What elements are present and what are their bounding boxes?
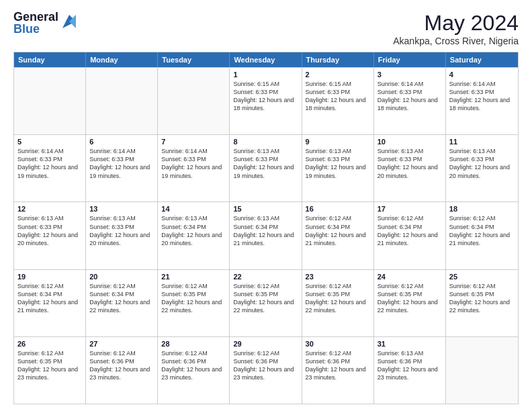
day-info: Sunrise: 6:12 AMSunset: 6:34 PMDaylight:… — [378, 214, 442, 247]
day-info: Sunrise: 6:14 AMSunset: 6:33 PMDaylight:… — [378, 80, 442, 113]
day-info: Sunrise: 6:12 AMSunset: 6:34 PMDaylight:… — [89, 282, 154, 315]
day-number: 4 — [449, 71, 515, 79]
calendar-cell: 19Sunrise: 6:12 AMSunset: 6:34 PMDayligh… — [14, 270, 86, 336]
title-block: May 2024 Akankpa, Cross River, Nigeria — [393, 11, 519, 46]
logo: General Blue — [13, 11, 79, 35]
calendar-cell: 30Sunrise: 6:12 AMSunset: 6:36 PMDayligh… — [302, 337, 374, 404]
day-number: 27 — [89, 340, 154, 348]
month-year: May 2024 — [393, 11, 519, 36]
day-info: Sunrise: 6:13 AMSunset: 6:34 PMDaylight:… — [161, 214, 226, 247]
day-info: Sunrise: 6:12 AMSunset: 6:35 PMDaylight:… — [17, 349, 82, 382]
calendar-cell — [86, 68, 158, 134]
day-info: Sunrise: 6:14 AMSunset: 6:33 PMDaylight:… — [17, 147, 82, 180]
calendar-cell: 13Sunrise: 6:13 AMSunset: 6:33 PMDayligh… — [86, 202, 158, 269]
calendar-header-cell: Monday — [86, 52, 158, 67]
day-number: 25 — [449, 273, 515, 281]
day-info: Sunrise: 6:13 AMSunset: 6:33 PMDaylight:… — [89, 214, 154, 247]
calendar-header-cell: Tuesday — [158, 52, 230, 67]
day-number: 15 — [233, 205, 298, 213]
day-number: 5 — [17, 138, 82, 146]
day-number: 8 — [233, 138, 298, 146]
calendar-cell: 12Sunrise: 6:13 AMSunset: 6:33 PMDayligh… — [14, 202, 86, 269]
calendar-cell: 6Sunrise: 6:14 AMSunset: 6:33 PMDaylight… — [86, 135, 158, 201]
day-number: 17 — [378, 205, 442, 213]
day-number: 7 — [161, 138, 226, 146]
calendar-cell: 23Sunrise: 6:12 AMSunset: 6:35 PMDayligh… — [302, 270, 374, 336]
page: General Blue May 2024 Akankpa, Cross Riv… — [0, 0, 532, 411]
day-number: 13 — [89, 205, 154, 213]
logo-blue: Blue — [13, 23, 58, 35]
day-number: 24 — [378, 273, 442, 281]
day-info: Sunrise: 6:13 AMSunset: 6:33 PMDaylight:… — [17, 214, 82, 247]
day-info: Sunrise: 6:13 AMSunset: 6:34 PMDaylight:… — [233, 214, 298, 247]
day-info: Sunrise: 6:13 AMSunset: 6:33 PMDaylight:… — [378, 147, 442, 180]
day-info: Sunrise: 6:12 AMSunset: 6:36 PMDaylight:… — [306, 349, 370, 382]
calendar: SundayMondayTuesdayWednesdayThursdayFrid… — [13, 52, 519, 404]
calendar-cell: 27Sunrise: 6:12 AMSunset: 6:36 PMDayligh… — [86, 337, 158, 404]
calendar-header-cell: Saturday — [446, 52, 518, 67]
calendar-cell: 15Sunrise: 6:13 AMSunset: 6:34 PMDayligh… — [230, 202, 302, 269]
day-info: Sunrise: 6:14 AMSunset: 6:33 PMDaylight:… — [161, 147, 226, 180]
calendar-cell: 5Sunrise: 6:14 AMSunset: 6:33 PMDaylight… — [14, 135, 86, 201]
day-number: 1 — [233, 71, 298, 79]
calendar-cell — [14, 68, 86, 134]
header: General Blue May 2024 Akankpa, Cross Riv… — [13, 11, 519, 46]
logo-text: General Blue — [13, 11, 58, 35]
day-number: 2 — [306, 71, 370, 79]
calendar-cell: 3Sunrise: 6:14 AMSunset: 6:33 PMDaylight… — [374, 68, 446, 134]
calendar-cell: 29Sunrise: 6:12 AMSunset: 6:36 PMDayligh… — [230, 337, 302, 404]
day-info: Sunrise: 6:13 AMSunset: 6:33 PMDaylight:… — [449, 147, 515, 180]
day-info: Sunrise: 6:12 AMSunset: 6:36 PMDaylight:… — [161, 349, 226, 382]
day-number: 10 — [378, 138, 442, 146]
day-info: Sunrise: 6:14 AMSunset: 6:33 PMDaylight:… — [449, 80, 515, 113]
day-number: 26 — [17, 340, 82, 348]
logo-icon — [60, 12, 79, 31]
calendar-cell: 17Sunrise: 6:12 AMSunset: 6:34 PMDayligh… — [374, 202, 446, 269]
day-info: Sunrise: 6:12 AMSunset: 6:34 PMDaylight:… — [17, 282, 82, 315]
day-info: Sunrise: 6:12 AMSunset: 6:34 PMDaylight:… — [449, 214, 515, 247]
calendar-cell: 4Sunrise: 6:14 AMSunset: 6:33 PMDaylight… — [446, 68, 518, 134]
day-number: 18 — [449, 205, 515, 213]
day-number: 6 — [89, 138, 154, 146]
calendar-header-cell: Thursday — [302, 52, 374, 67]
day-info: Sunrise: 6:12 AMSunset: 6:35 PMDaylight:… — [233, 282, 298, 315]
calendar-row: 12Sunrise: 6:13 AMSunset: 6:33 PMDayligh… — [14, 201, 518, 269]
calendar-cell: 31Sunrise: 6:13 AMSunset: 6:36 PMDayligh… — [374, 337, 446, 404]
day-number: 14 — [161, 205, 226, 213]
day-number: 30 — [306, 340, 370, 348]
calendar-cell: 2Sunrise: 6:15 AMSunset: 6:33 PMDaylight… — [302, 68, 374, 134]
logo-general: General — [13, 11, 58, 23]
calendar-cell: 7Sunrise: 6:14 AMSunset: 6:33 PMDaylight… — [158, 135, 230, 201]
day-info: Sunrise: 6:12 AMSunset: 6:35 PMDaylight:… — [161, 282, 226, 315]
calendar-cell: 20Sunrise: 6:12 AMSunset: 6:34 PMDayligh… — [86, 270, 158, 336]
day-info: Sunrise: 6:12 AMSunset: 6:35 PMDaylight:… — [449, 282, 515, 315]
day-number: 19 — [17, 273, 82, 281]
calendar-cell: 10Sunrise: 6:13 AMSunset: 6:33 PMDayligh… — [374, 135, 446, 201]
calendar-cell: 22Sunrise: 6:12 AMSunset: 6:35 PMDayligh… — [230, 270, 302, 336]
day-number: 28 — [161, 340, 226, 348]
day-info: Sunrise: 6:15 AMSunset: 6:33 PMDaylight:… — [233, 80, 298, 113]
day-info: Sunrise: 6:12 AMSunset: 6:36 PMDaylight:… — [89, 349, 154, 382]
calendar-header: SundayMondayTuesdayWednesdayThursdayFrid… — [14, 52, 518, 67]
calendar-cell: 8Sunrise: 6:13 AMSunset: 6:33 PMDaylight… — [230, 135, 302, 201]
calendar-cell — [446, 337, 518, 404]
calendar-cell: 28Sunrise: 6:12 AMSunset: 6:36 PMDayligh… — [158, 337, 230, 404]
day-number: 21 — [161, 273, 226, 281]
day-info: Sunrise: 6:15 AMSunset: 6:33 PMDaylight:… — [306, 80, 370, 113]
calendar-cell: 9Sunrise: 6:13 AMSunset: 6:33 PMDaylight… — [302, 135, 374, 201]
day-info: Sunrise: 6:13 AMSunset: 6:33 PMDaylight:… — [233, 147, 298, 180]
day-info: Sunrise: 6:13 AMSunset: 6:33 PMDaylight:… — [306, 147, 370, 180]
day-number: 11 — [449, 138, 515, 146]
calendar-body: 1Sunrise: 6:15 AMSunset: 6:33 PMDaylight… — [14, 67, 518, 404]
day-info: Sunrise: 6:13 AMSunset: 6:36 PMDaylight:… — [378, 349, 442, 382]
calendar-cell: 24Sunrise: 6:12 AMSunset: 6:35 PMDayligh… — [374, 270, 446, 336]
day-number: 3 — [378, 71, 442, 79]
calendar-row: 26Sunrise: 6:12 AMSunset: 6:35 PMDayligh… — [14, 336, 518, 404]
day-info: Sunrise: 6:12 AMSunset: 6:34 PMDaylight:… — [306, 214, 370, 247]
day-number: 20 — [89, 273, 154, 281]
calendar-row: 1Sunrise: 6:15 AMSunset: 6:33 PMDaylight… — [14, 67, 518, 134]
day-info: Sunrise: 6:12 AMSunset: 6:36 PMDaylight:… — [233, 349, 298, 382]
calendar-cell: 18Sunrise: 6:12 AMSunset: 6:34 PMDayligh… — [446, 202, 518, 269]
day-info: Sunrise: 6:12 AMSunset: 6:35 PMDaylight:… — [306, 282, 370, 315]
day-info: Sunrise: 6:12 AMSunset: 6:35 PMDaylight:… — [378, 282, 442, 315]
